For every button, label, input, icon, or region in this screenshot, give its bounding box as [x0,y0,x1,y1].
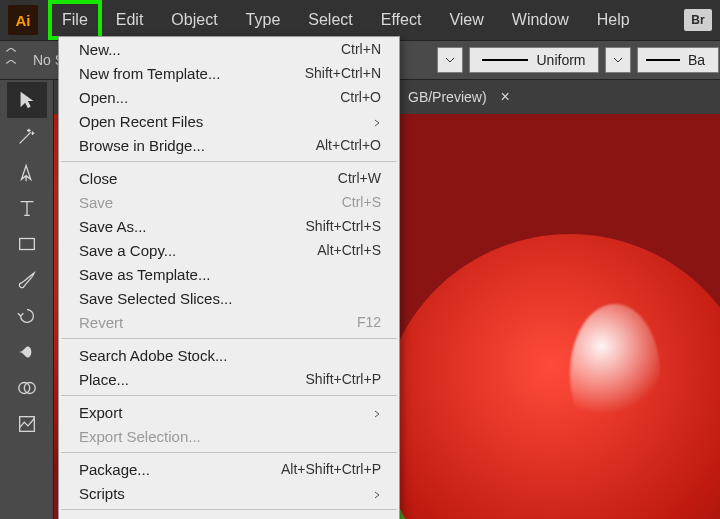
app-logo: Ai [8,5,38,35]
menu-item-shortcut: Alt+Shift+Ctrl+P [281,461,381,477]
menu-item-label: Open Recent Files [79,113,371,130]
menu-item-label: Save [79,194,342,211]
brush-select[interactable]: Ba [637,47,719,73]
canvas-artwork [380,234,720,519]
bridge-badge[interactable]: Br [684,9,712,31]
stroke-profile-dropdown[interactable] [605,47,631,73]
menu-type[interactable]: Type [232,0,295,40]
file-menu-item[interactable]: Search Adobe Stock... [59,343,399,367]
paintbrush-tool[interactable] [7,262,47,298]
menu-item-shortcut: Alt+Ctrl+O [316,137,381,153]
menu-item-label: Close [79,170,338,187]
file-menu-item[interactable]: Save as Template... [59,262,399,286]
menu-item-shortcut: Ctrl+W [338,170,381,186]
menu-item-shortcut: Ctrl+S [342,194,381,210]
menu-item-label: Export [79,404,371,421]
file-menu-item: RevertF12 [59,310,399,334]
menu-item-label: Open... [79,89,340,106]
menu-item-shortcut: Ctrl+N [341,41,381,57]
stroke-profile-label: Uniform [536,52,585,68]
file-menu-item: Export Selection... [59,424,399,448]
menu-object[interactable]: Object [157,0,231,40]
svg-rect-5 [19,417,34,432]
width-tool[interactable] [7,334,47,370]
stroke-profile-select[interactable]: Uniform [469,47,599,73]
menu-window[interactable]: Window [498,0,583,40]
file-menu-item[interactable]: Place...Shift+Ctrl+P [59,367,399,391]
file-menu-item[interactable]: Browse in Bridge...Alt+Ctrl+O [59,133,399,157]
file-menu-item[interactable]: Save Selected Slices... [59,286,399,310]
collapse-panel-icon[interactable] [3,48,19,72]
file-menu-item[interactable]: New...Ctrl+N [59,37,399,61]
menu-effect[interactable]: Effect [367,0,436,40]
menu-item-label: Save Selected Slices... [79,290,381,307]
file-menu-item[interactable]: Save As...Shift+Ctrl+S [59,214,399,238]
menu-item-label: New from Template... [79,65,305,82]
file-menu-item[interactable]: Document Setup...Alt+Ctrl+P [59,514,399,519]
menu-item-shortcut: Shift+Ctrl+N [305,65,381,81]
options-dropdown-1[interactable] [437,47,463,73]
submenu-arrow-icon [371,404,381,421]
file-menu-item: SaveCtrl+S [59,190,399,214]
file-menu-item[interactable]: New from Template...Shift+Ctrl+N [59,61,399,85]
magic-wand-tool[interactable] [7,118,47,154]
menu-file[interactable]: File [48,0,102,40]
menu-item-shortcut: F12 [357,314,381,330]
menu-item-label: Save a Copy... [79,242,317,259]
rectangle-tool[interactable] [7,226,47,262]
menu-item-shortcut: Ctrl+O [340,89,381,105]
shape-builder-tool[interactable] [7,370,47,406]
file-menu-item[interactable]: Scripts [59,481,399,505]
menu-view[interactable]: View [435,0,497,40]
image-trace-tool[interactable] [7,406,47,442]
file-menu-item[interactable]: Package...Alt+Shift+Ctrl+P [59,457,399,481]
file-menu-item[interactable]: Export [59,400,399,424]
menu-item-label: Save as Template... [79,266,381,283]
type-tool[interactable] [7,190,47,226]
menu-separator [61,161,397,162]
file-menu-item[interactable]: Open...Ctrl+O [59,85,399,109]
menu-separator [61,338,397,339]
menu-item-label: Save As... [79,218,306,235]
document-tab-title: GB/Preview) [408,89,487,105]
rotate-tool[interactable] [7,298,47,334]
menu-bar: Ai File Edit Object Type Select Effect V… [0,0,720,40]
file-menu-item[interactable]: Open Recent Files [59,109,399,133]
document-tab[interactable]: GB/Preview) × [396,80,522,114]
menu-item-shortcut: Shift+Ctrl+P [306,371,381,387]
file-menu-dropdown: New...Ctrl+NNew from Template...Shift+Ct… [58,36,400,519]
pen-tool[interactable] [7,154,47,190]
menu-item-label: Search Adobe Stock... [79,347,381,364]
menu-help[interactable]: Help [583,0,644,40]
submenu-arrow-icon [371,485,381,502]
menu-item-label: Export Selection... [79,428,381,445]
close-tab-button[interactable]: × [501,89,510,105]
brush-preview-icon [646,57,680,63]
menu-item-shortcut: Shift+Ctrl+S [306,218,381,234]
file-menu-item[interactable]: Save a Copy...Alt+Ctrl+S [59,238,399,262]
menu-separator [61,452,397,453]
canvas-artwork [570,304,660,444]
menu-item-label: Revert [79,314,357,331]
menu-item-label: Scripts [79,485,371,502]
brush-label: Ba [688,52,705,68]
stroke-preview-icon [482,57,528,63]
svg-rect-2 [19,239,34,250]
tool-panel [0,80,54,519]
menu-item-label: New... [79,41,341,58]
menu-separator [61,509,397,510]
menu-item-label: Package... [79,461,281,478]
selection-tool[interactable] [7,82,47,118]
menu-item-label: Browse in Bridge... [79,137,316,154]
submenu-arrow-icon [371,113,381,130]
menu-item-shortcut: Alt+Ctrl+S [317,242,381,258]
file-menu-item[interactable]: CloseCtrl+W [59,166,399,190]
menu-separator [61,395,397,396]
menu-select[interactable]: Select [294,0,366,40]
menu-item-label: Place... [79,371,306,388]
menu-edit[interactable]: Edit [102,0,158,40]
